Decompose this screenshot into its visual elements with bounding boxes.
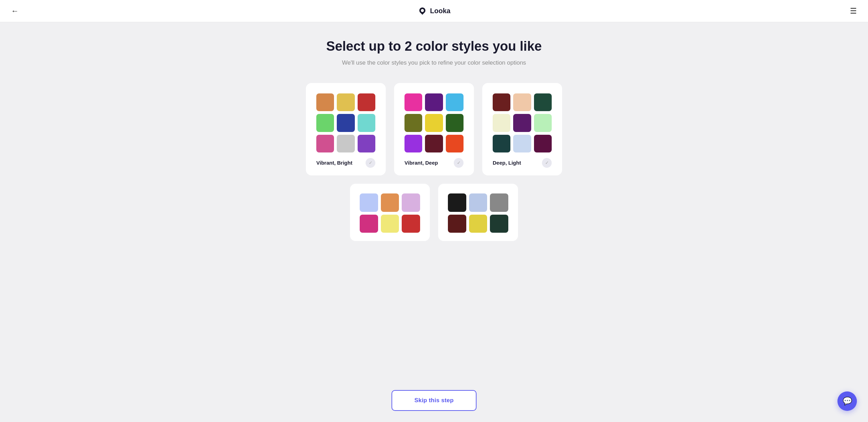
page-title: Select up to 2 color styles you like — [326, 39, 542, 54]
color-cards-row-top: Vibrant, Bright✓Vibrant, Deep✓Deep, Ligh… — [306, 83, 562, 175]
card-label: Vibrant, Bright — [316, 160, 352, 166]
back-button[interactable]: ← — [11, 7, 19, 15]
skip-button-wrapper: Skip this step — [392, 390, 477, 411]
color-swatch-5 — [446, 114, 464, 132]
color-swatch-partial-2 — [402, 193, 420, 212]
color-swatch-4 — [425, 114, 443, 132]
svg-point-0 — [421, 9, 424, 12]
color-swatch-2 — [534, 93, 552, 111]
card-label: Vibrant, Deep — [404, 160, 438, 166]
color-swatch-partial-3 — [448, 215, 466, 233]
main-content: Select up to 2 color styles you like We'… — [0, 22, 868, 283]
color-swatch-8 — [358, 135, 375, 152]
color-swatch-partial-0 — [360, 193, 378, 212]
card-check-icon: ✓ — [366, 158, 375, 168]
color-swatch-6 — [316, 135, 334, 152]
card-check-icon: ✓ — [542, 158, 552, 168]
card-footer: Vibrant, Bright✓ — [316, 158, 375, 168]
swatch-grid — [316, 93, 375, 152]
card-footer: Vibrant, Deep✓ — [404, 158, 464, 168]
swatch-grid-partial — [360, 193, 420, 233]
color-swatch-4 — [513, 114, 531, 132]
color-swatch-partial-2 — [490, 193, 508, 212]
color-swatch-3 — [493, 114, 510, 132]
color-swatch-8 — [534, 135, 552, 152]
color-swatch-2 — [446, 93, 464, 111]
color-swatch-7 — [513, 135, 531, 152]
color-swatch-2 — [358, 93, 375, 111]
color-swatch-partial-1 — [469, 193, 487, 212]
color-swatch-4 — [337, 114, 354, 132]
color-swatch-6 — [493, 135, 510, 152]
color-cards-row-bottom — [350, 184, 518, 241]
card-label: Deep, Light — [493, 160, 521, 166]
chat-button[interactable]: 💬 — [837, 391, 857, 411]
color-swatch-7 — [425, 135, 443, 152]
menu-button[interactable]: ☰ — [850, 7, 857, 16]
color-swatch-0 — [404, 93, 422, 111]
color-swatch-5 — [534, 114, 552, 132]
logo-icon — [418, 6, 427, 16]
swatch-grid-partial — [448, 193, 508, 233]
color-style-card-vibrant-deep[interactable]: Vibrant, Deep✓ — [394, 83, 474, 175]
color-swatch-partial-4 — [381, 215, 399, 233]
color-swatch-partial-5 — [490, 215, 508, 233]
color-swatch-partial-5 — [402, 215, 420, 233]
color-swatch-5 — [358, 114, 375, 132]
swatch-grid — [404, 93, 464, 152]
color-swatch-0 — [493, 93, 510, 111]
logo: Looka — [418, 6, 451, 16]
color-swatch-partial-3 — [360, 215, 378, 233]
page-subtitle: We'll use the color styles you pick to r… — [342, 59, 526, 66]
color-swatch-3 — [316, 114, 334, 132]
color-swatch-1 — [425, 93, 443, 111]
color-swatch-1 — [513, 93, 531, 111]
color-swatch-8 — [446, 135, 464, 152]
color-style-card-deep-light[interactable]: Deep, Light✓ — [482, 83, 562, 175]
card-footer: Deep, Light✓ — [493, 158, 552, 168]
skip-step-button[interactable]: Skip this step — [392, 390, 477, 411]
swatch-grid — [493, 93, 552, 152]
color-swatch-1 — [337, 93, 354, 111]
color-swatch-3 — [404, 114, 422, 132]
color-style-card-partial-soft-light[interactable] — [350, 184, 430, 241]
app-header: ← Looka ☰ — [0, 0, 868, 22]
color-style-card-partial-neutral-dark[interactable] — [438, 184, 518, 241]
chat-icon: 💬 — [843, 397, 852, 406]
color-style-card-vibrant-bright[interactable]: Vibrant, Bright✓ — [306, 83, 386, 175]
color-swatch-partial-1 — [381, 193, 399, 212]
color-swatch-partial-4 — [469, 215, 487, 233]
color-swatch-partial-0 — [448, 193, 466, 212]
color-swatch-0 — [316, 93, 334, 111]
logo-text: Looka — [430, 7, 451, 15]
color-swatch-7 — [337, 135, 354, 152]
card-check-icon: ✓ — [454, 158, 464, 168]
color-swatch-6 — [404, 135, 422, 152]
